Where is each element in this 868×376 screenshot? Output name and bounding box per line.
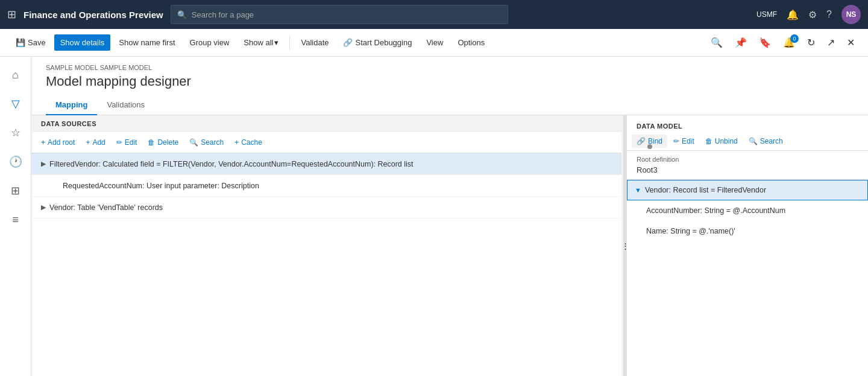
nav-home[interactable]: ⌂ <box>2 62 29 88</box>
data-model-search-button[interactable]: 🔍 Search <box>744 135 788 148</box>
add-button[interactable]: + Add <box>81 136 110 149</box>
dm-item-account-number[interactable]: AccountNumber: String = @.AccountNum <box>627 200 868 221</box>
top-right-icons: USMF 🔔 ⚙ ? NS <box>756 5 861 24</box>
group-view-button[interactable]: Group view <box>184 34 236 51</box>
toolbar-close-icon[interactable]: ✕ <box>843 34 858 51</box>
toolbar-bookmark-icon[interactable]: 🔖 <box>755 34 775 51</box>
search-icon-dm: 🔍 <box>749 137 758 145</box>
root-definition-value: Root3 <box>637 165 858 174</box>
search-icon: 🔍 <box>177 10 187 19</box>
help-icon[interactable]: ? <box>826 9 832 20</box>
company-badge: USMF <box>756 10 777 19</box>
toolbar: 💾 Save Show details Show name first Grou… <box>0 29 868 57</box>
split-panels: DATA SOURCES + Add root + Add ✏ Edit <box>31 115 868 376</box>
tree-item-vendor[interactable]: ▶ Vendor: Table 'VendTable' records <box>31 197 621 218</box>
app-title: Finance and Operations Preview <box>24 10 163 20</box>
tree-item-filtered-vendor[interactable]: ▶ FilteredVendor: Calculated field = FIL… <box>31 153 621 175</box>
start-debugging-button[interactable]: 🔗 Start Debugging <box>337 34 418 51</box>
page-title: Model mapping designer <box>46 74 854 89</box>
global-search-bar[interactable]: 🔍 Search for a page <box>171 5 508 24</box>
toolbar-search-icon[interactable]: 🔍 <box>707 34 726 51</box>
delete-button[interactable]: 🗑 Delete <box>143 136 183 149</box>
tree-item-text-vendor: Vendor: Table 'VendTable' records <box>49 203 163 212</box>
nav-workspaces[interactable]: ⊞ <box>2 177 29 204</box>
toolbar-pin-icon[interactable]: 📌 <box>731 34 750 51</box>
add-root-icon: + <box>41 138 45 147</box>
nav-modules[interactable]: ≡ <box>2 206 29 233</box>
data-model-tree: ▼ Vendor: Record list = FilteredVendor A… <box>627 180 868 376</box>
content-area: SAMPLE MODEL SAMPLE MODEL Model mapping … <box>31 57 868 376</box>
dm-item-name[interactable]: Name: String = @.'name()' <box>627 221 868 241</box>
toolbar-separator <box>289 36 290 50</box>
data-model-label: DATA MODEL <box>627 115 868 132</box>
expand-icon-vendor: ▶ <box>41 203 46 211</box>
cache-button[interactable]: + Cache <box>230 136 267 149</box>
show-details-button[interactable]: Show details <box>54 34 111 51</box>
search-placeholder: Search for a page <box>192 10 254 19</box>
dm-item-vendor-record[interactable]: ▼ Vendor: Record list = FilteredVendor <box>627 180 868 200</box>
edit-button[interactable]: ✏ Edit <box>112 136 142 149</box>
search-icon-left: 🔍 <box>189 138 198 147</box>
side-navigation: ⌂ ▽ ☆ 🕐 ⊞ ≡ <box>0 57 31 376</box>
tab-bar: Mapping Validations <box>46 95 854 115</box>
toolbar-right-icons: 🔍 📌 🔖 🔔0 ↻ ↗ ✕ <box>707 34 858 51</box>
expand-icon-filtered-vendor: ▶ <box>41 160 46 168</box>
debug-icon: 🔗 <box>343 38 353 47</box>
avatar[interactable]: NS <box>841 5 861 24</box>
dm-item-text-vendor-record: Vendor: Record list = FilteredVendor <box>645 186 766 194</box>
tree-item-text-requested-account-num: RequestedAccountNum: User input paramete… <box>63 182 259 190</box>
notifications-icon[interactable]: 🔔 <box>787 9 799 21</box>
delete-icon: 🗑 <box>148 138 155 147</box>
save-icon: 💾 <box>16 38 25 47</box>
unbind-icon: 🗑 <box>705 137 712 145</box>
view-button[interactable]: View <box>420 34 449 51</box>
show-all-button[interactable]: Show all ▾ <box>237 34 285 51</box>
top-navigation: ⊞ Finance and Operations Preview 🔍 Searc… <box>0 0 868 29</box>
main-layout: ⌂ ▽ ☆ 🕐 ⊞ ≡ SAMPLE MODEL SAMPLE MODEL Mo… <box>0 57 868 376</box>
tree-item-text-filtered-vendor: FilteredVendor: Calculated field = FILTE… <box>49 160 414 168</box>
right-panel: DATA MODEL 🔗 Bind ✏ Edit 🗑 Unbind <box>627 115 868 376</box>
page-header: SAMPLE MODEL SAMPLE MODEL Model mapping … <box>31 57 868 115</box>
nav-favorites[interactable]: ☆ <box>2 119 29 146</box>
save-button[interactable]: 💾 Save <box>10 34 52 51</box>
nav-filter[interactable]: ▽ <box>2 91 29 117</box>
toolbar-popout-icon[interactable]: ↗ <box>823 34 838 51</box>
validate-button[interactable]: Validate <box>295 34 335 51</box>
data-model-action-bar: 🔗 Bind ✏ Edit 🗑 Unbind 🔍 <box>627 132 868 151</box>
options-button[interactable]: Options <box>451 34 491 51</box>
add-icon: + <box>86 138 90 147</box>
data-model-edit-button[interactable]: ✏ Edit <box>668 135 699 148</box>
bind-icon: 🔗 <box>637 137 646 145</box>
breadcrumb: SAMPLE MODEL SAMPLE MODEL <box>46 64 854 71</box>
toolbar-badge-icon[interactable]: 🔔0 <box>779 34 799 51</box>
root-definition-section: Root definition Root3 <box>627 151 868 180</box>
cache-icon: + <box>234 138 239 147</box>
settings-icon[interactable]: ⚙ <box>808 9 817 21</box>
tree-item-requested-account-num[interactable]: RequestedAccountNum: User input paramete… <box>31 175 621 197</box>
dm-item-text-name: Name: String = @.'name()' <box>646 227 735 235</box>
edit-icon-dm: ✏ <box>673 137 679 145</box>
edit-icon: ✏ <box>116 138 122 147</box>
unbind-button[interactable]: 🗑 Unbind <box>700 135 743 148</box>
data-sources-tree: ▶ FilteredVendor: Calculated field = FIL… <box>31 153 621 376</box>
app-grid-icon[interactable]: ⊞ <box>7 8 16 21</box>
tab-validations[interactable]: Validations <box>97 95 154 115</box>
left-panel: DATA SOURCES + Add root + Add ✏ Edit <box>31 115 623 376</box>
cursor-hover-indicator <box>647 144 652 149</box>
toolbar-refresh-icon[interactable]: ↻ <box>804 34 819 51</box>
dm-item-text-account-number: AccountNumber: String = @.AccountNum <box>646 206 785 215</box>
search-button[interactable]: 🔍 Search <box>184 136 228 149</box>
bind-button[interactable]: 🔗 Bind <box>632 135 667 148</box>
root-definition-label: Root definition <box>637 156 858 163</box>
data-sources-toolbar: + Add root + Add ✏ Edit 🗑 Delete <box>31 132 621 153</box>
data-sources-header: DATA SOURCES <box>31 115 621 132</box>
show-name-first-button[interactable]: Show name first <box>113 34 181 51</box>
chevron-down-icon: ▾ <box>274 38 278 47</box>
collapse-icon-vendor-record: ▼ <box>635 186 641 194</box>
tab-mapping[interactable]: Mapping <box>46 95 97 115</box>
nav-recent[interactable]: 🕐 <box>2 148 29 175</box>
add-root-button[interactable]: + Add root <box>36 136 80 149</box>
